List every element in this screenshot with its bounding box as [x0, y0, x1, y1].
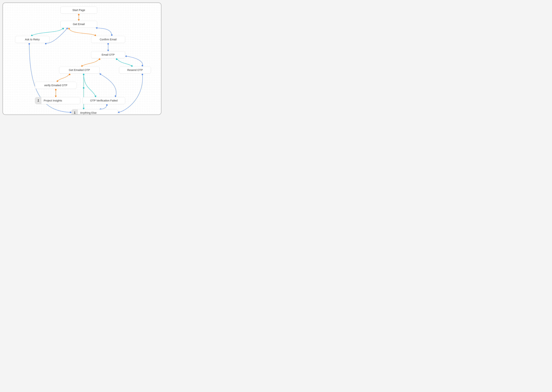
edge-dot — [83, 74, 85, 75]
edge-dot — [62, 28, 64, 29]
node-otp_verification_failed[interactable]: OTP Verification Failed — [82, 97, 125, 104]
edge-dot — [45, 43, 46, 44]
merge-icon — [71, 109, 78, 115]
edge-dot — [111, 34, 113, 36]
edge-resend_otp-to-anything_else — [118, 74, 143, 112]
edge-dot — [142, 74, 143, 75]
node-email_otp[interactable]: Email OTP — [91, 51, 125, 58]
node-project_insights[interactable]: Project Insights — [35, 97, 80, 104]
node-label: Ask to Retry — [25, 38, 40, 41]
edge-dot — [68, 28, 70, 29]
edge-dot — [99, 58, 100, 60]
node-label: OTP Verification Failed — [90, 99, 118, 102]
flow-canvas[interactable]: Start PageGet EmailAsk to RetryConfirm E… — [2, 2, 162, 115]
edge-resend_otp-to-email_otp — [125, 56, 143, 67]
node-verify_emailed_otp[interactable]: verify Emailed OTP — [35, 82, 77, 89]
edge-dot — [28, 43, 30, 45]
node-label: Anything Else — [80, 111, 97, 114]
edges-layer — [3, 3, 161, 114]
edge-dot — [55, 89, 57, 91]
edge-dot — [107, 43, 109, 45]
node-start_page[interactable]: Start Page — [60, 7, 97, 14]
edge-dot — [106, 104, 108, 106]
edge-email_otp-to-resend_otp — [117, 58, 133, 67]
edge-dot — [78, 14, 79, 15]
edge-get_email-to-ask_to_retry — [31, 28, 63, 36]
node-ask_to_retry[interactable]: Ask to Retry — [15, 36, 50, 43]
node-label: Email OTP — [102, 53, 115, 56]
edge-otp_verification_failed-to-anything_else — [99, 104, 107, 109]
edge-otp_verification_failed-to-get_emailed_otp — [99, 74, 116, 97]
node-label: Start Page — [72, 8, 85, 12]
node-confirm_email[interactable]: Confirm Email — [91, 36, 125, 43]
edge-get_emailed_otp-to-verify_emailed_otp — [57, 74, 70, 82]
node-anything_else[interactable]: Anything Else — [71, 109, 118, 115]
node-get_email[interactable]: Get Email — [60, 21, 97, 28]
node-resend_otp[interactable]: Resend OTP — [119, 67, 151, 74]
edge-dot — [115, 95, 116, 97]
edge-dot — [116, 58, 117, 60]
node-label: Get Email — [73, 23, 85, 26]
edge-email_otp-to-get_emailed_otp — [81, 58, 99, 67]
edge-confirm_email-to-get_email — [96, 28, 112, 36]
node-label: Confirm Email — [100, 38, 117, 41]
edge-get_email-to-confirm_email — [69, 28, 96, 36]
node-label: Get Emailed OTP — [69, 69, 90, 72]
node-label: Resend OTP — [127, 69, 143, 72]
node-label: verify Emailed OTP — [44, 84, 67, 87]
edge-get_emailed_otp-to-otp_verification_failed — [84, 74, 96, 97]
node-get_emailed_otp[interactable]: Get Emailed OTP — [59, 67, 99, 74]
edge-dot — [83, 87, 85, 89]
edge-dot — [69, 74, 70, 75]
node-label: Project Insights — [44, 99, 62, 102]
edge-dot — [142, 65, 143, 66]
merge-icon — [35, 97, 42, 104]
